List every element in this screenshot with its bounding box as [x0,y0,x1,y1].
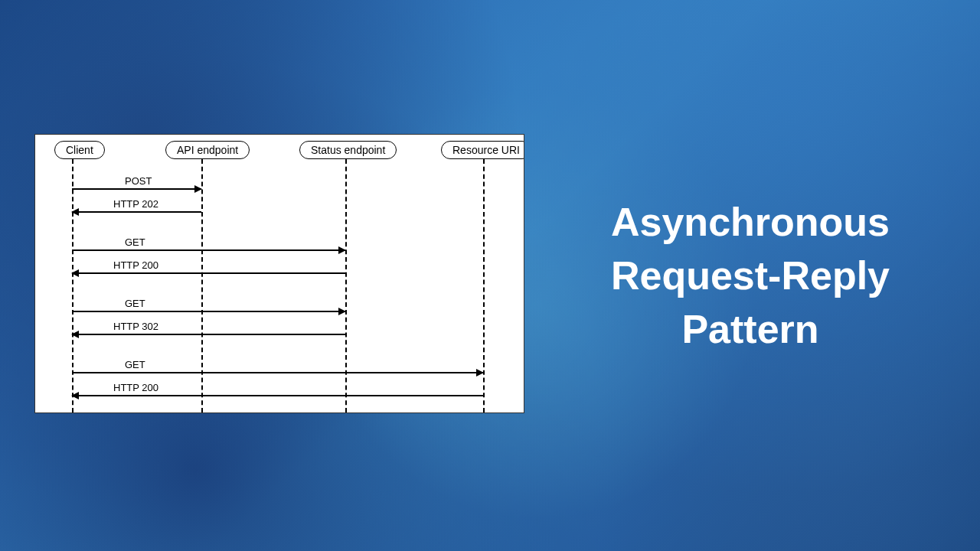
arrow-http-200-resource [72,395,483,396]
arrow-http-200-status [72,272,345,274]
actor-resource-uri: Resource URI [441,141,524,159]
lifeline-status-endpoint [345,159,347,412]
arrow-get-resource [72,372,483,373]
label-http-302: HTTP 302 [112,321,160,332]
arrow-post [72,188,201,190]
label-get-resource: GET [123,359,147,370]
label-http-200-status: HTTP 200 [112,259,160,271]
label-get-status-1: GET [123,236,147,248]
actor-api-endpoint: API endpoint [165,141,250,159]
label-post: POST [123,175,153,187]
title-line-1: Asynchronous [567,195,934,249]
title-line-2: Request-Reply [567,249,934,302]
label-http-200-resource: HTTP 200 [112,382,160,393]
actor-client: Client [54,141,105,159]
label-http-202: HTTP 202 [112,198,160,210]
arrow-get-status-2 [72,311,345,312]
label-get-status-2: GET [123,298,147,309]
sequence-diagram: Client API endpoint Status endpoint Reso… [34,134,524,413]
slide-title: Asynchronous Request-Reply Pattern [567,195,934,357]
lifeline-api-endpoint [201,159,203,412]
title-line-3: Pattern [567,302,934,356]
arrow-get-status-1 [72,249,345,251]
lifeline-client [72,159,74,412]
arrow-http-302 [72,334,345,335]
actor-status-endpoint: Status endpoint [299,141,397,159]
arrow-http-202 [72,211,201,213]
